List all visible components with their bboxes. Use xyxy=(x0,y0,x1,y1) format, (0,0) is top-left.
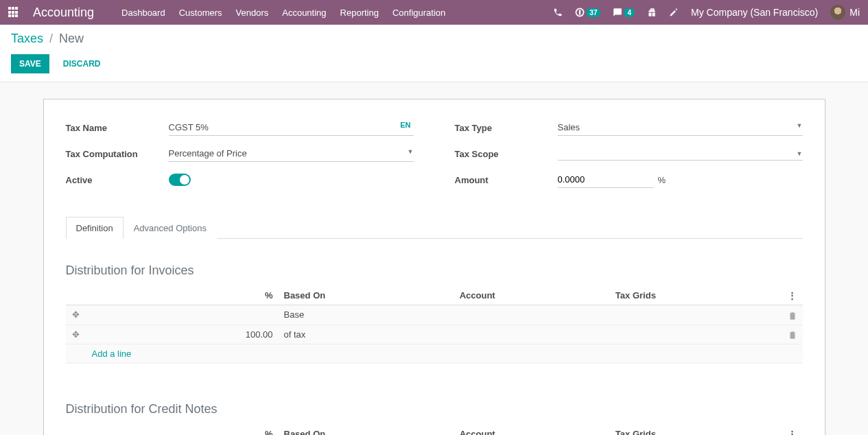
drag-handle-icon[interactable]: ✥ xyxy=(66,325,86,344)
col-account: Account xyxy=(454,425,610,435)
tax-type-value: Sales xyxy=(558,122,580,132)
delete-row-icon[interactable] xyxy=(782,305,803,325)
cell-based-on[interactable]: of tax xyxy=(279,325,454,344)
navbar: Accounting Dashboard Customers Vendors A… xyxy=(0,0,868,25)
lang-badge[interactable]: EN xyxy=(400,121,410,129)
form-sheet: Tax Name EN Tax Computation Percentage o… xyxy=(43,99,825,435)
nav-accounting[interactable]: Accounting xyxy=(282,8,326,18)
messaging-icon[interactable]: 4 xyxy=(613,8,635,17)
activity-icon[interactable]: 37 xyxy=(575,8,600,17)
caret-icon: ▼ xyxy=(797,122,803,132)
nav-configuration[interactable]: Configuration xyxy=(392,8,445,18)
breadcrumb-parent[interactable]: Taxes xyxy=(11,32,43,45)
notebook: Definition Advanced Options Distribution… xyxy=(66,216,803,435)
tabs: Definition Advanced Options xyxy=(66,216,803,239)
company-switcher[interactable]: My Company (San Francisco) xyxy=(691,7,818,18)
amount-label: Amount xyxy=(455,175,558,185)
col-percent: % xyxy=(86,425,279,435)
cell-account[interactable] xyxy=(454,305,610,325)
tax-computation-label: Tax Computation xyxy=(66,149,169,159)
nav-right: 37 4 My Company (San Francisco) Mi xyxy=(553,5,860,20)
control-panel: Taxes / New Save Discard xyxy=(0,25,868,82)
breadcrumb-current: New xyxy=(59,32,84,45)
breadcrumb-separator: / xyxy=(49,32,53,45)
invoices-section-title: Distribution for Invoices xyxy=(66,263,803,278)
tab-advanced[interactable]: Advanced Options xyxy=(124,217,217,239)
active-toggle[interactable] xyxy=(169,174,191,186)
save-button[interactable]: Save xyxy=(11,54,49,73)
activity-badge: 37 xyxy=(586,8,600,17)
delete-row-icon[interactable] xyxy=(782,325,803,344)
tax-type-label: Tax Type xyxy=(455,123,558,133)
tab-definition[interactable]: Definition xyxy=(66,217,124,239)
brand[interactable]: Accounting xyxy=(33,5,94,20)
gift-icon[interactable] xyxy=(647,8,657,17)
col-options-icon[interactable]: ⋮ xyxy=(782,286,803,305)
tax-name-label: Tax Name xyxy=(66,123,169,133)
user-name: Mi xyxy=(849,7,860,18)
credit-notes-section-title: Distribution for Credit Notes xyxy=(66,402,803,416)
cell-tax-grids[interactable] xyxy=(610,325,782,344)
col-account: Account xyxy=(454,286,610,305)
amount-suffix: % xyxy=(658,175,666,185)
nav-reporting[interactable]: Reporting xyxy=(340,8,379,18)
col-percent: % xyxy=(86,286,279,305)
form-background: Tax Name EN Tax Computation Percentage o… xyxy=(0,82,868,435)
tax-computation-value: Percentage of Price xyxy=(169,148,247,158)
add-line-row: Add a line xyxy=(66,344,803,364)
discard-button[interactable]: Discard xyxy=(59,54,105,73)
cell-percent[interactable]: 100.00 xyxy=(86,325,279,344)
nav-vendors[interactable]: Vendors xyxy=(236,8,269,18)
col-tax-grids: Tax Grids xyxy=(610,286,782,305)
invoices-table: % Based On Account Tax Grids ⋮ ✥ Base xyxy=(66,286,803,364)
amount-input[interactable] xyxy=(558,172,654,188)
tab-content: Distribution for Invoices % Based On Acc… xyxy=(66,239,803,435)
cell-percent[interactable] xyxy=(86,305,279,325)
active-label: Active xyxy=(66,175,169,185)
drag-handle-icon[interactable]: ✥ xyxy=(66,305,86,325)
caret-icon: ▼ xyxy=(408,148,414,158)
col-tax-grids: Tax Grids xyxy=(610,425,782,435)
nav-dashboard[interactable]: Dashboard xyxy=(121,8,165,18)
nav-menu: Dashboard Customers Vendors Accounting R… xyxy=(121,8,553,18)
table-row[interactable]: ✥ Base xyxy=(66,305,803,325)
tax-name-input[interactable] xyxy=(169,119,414,136)
messaging-badge: 4 xyxy=(624,8,635,17)
avatar xyxy=(830,5,845,20)
phone-icon[interactable] xyxy=(553,8,563,17)
cell-based-on[interactable]: Base xyxy=(279,305,454,325)
breadcrumb: Taxes / New xyxy=(11,32,857,46)
col-options-icon[interactable]: ⋮ xyxy=(782,425,803,435)
user-menu[interactable]: Mi xyxy=(830,5,860,20)
col-based-on: Based On xyxy=(279,425,454,435)
table-row[interactable]: ✥ 100.00 of tax xyxy=(66,325,803,344)
tax-scope-select[interactable]: ▼ xyxy=(558,148,803,161)
caret-icon: ▼ xyxy=(797,150,803,157)
cell-account[interactable] xyxy=(454,325,610,344)
nav-customers[interactable]: Customers xyxy=(179,8,222,18)
control-buttons: Save Discard xyxy=(11,54,857,73)
credit-notes-table: % Based On Account Tax Grids ⋮ ✥ Base xyxy=(66,425,803,435)
studio-icon[interactable] xyxy=(669,8,679,17)
col-based-on: Based On xyxy=(279,286,454,305)
tax-type-select[interactable]: Sales ▼ xyxy=(558,119,803,136)
tax-scope-label: Tax Scope xyxy=(455,149,558,159)
apps-icon[interactable] xyxy=(8,7,19,18)
company-name: My Company (San Francisco) xyxy=(691,7,818,18)
add-line-link[interactable]: Add a line xyxy=(92,349,132,359)
tax-computation-select[interactable]: Percentage of Price ▼ xyxy=(169,145,414,162)
cell-tax-grids[interactable] xyxy=(610,305,782,325)
